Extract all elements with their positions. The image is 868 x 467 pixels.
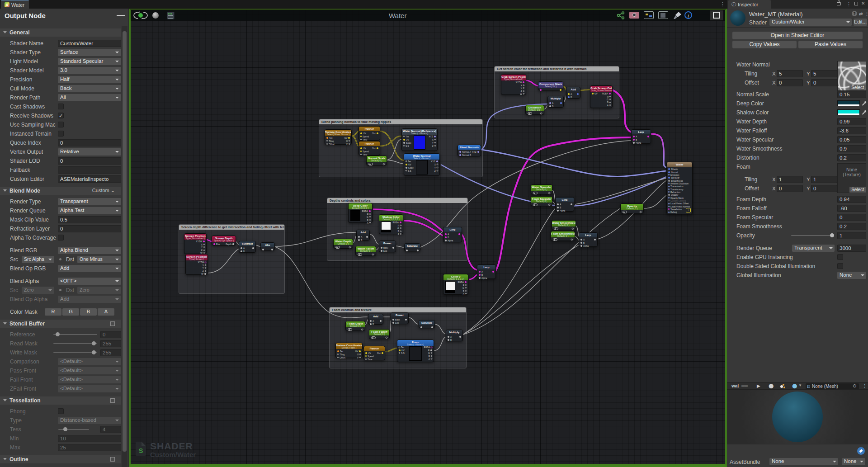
panel-menu-icon[interactable] [117,15,125,19]
section-outline[interactable]: Outline [0,455,121,463]
copy-values-button[interactable]: Copy Values [732,41,797,48]
material-thumbnail[interactable] [730,10,745,26]
texture-thumbnail[interactable]: Select [837,61,866,91]
lighting-dropdown-icon[interactable]: ▼ [798,383,802,387]
node-foam-falloff[interactable]: Foam FalloffDefault( 0 ) [369,329,390,339]
console-panel-icon[interactable] [167,12,175,19]
float-window-icon[interactable] [854,2,858,5]
left-scrollbar[interactable] [122,26,127,467]
node-abs[interactable]: Abs [260,242,275,250]
sphere-preview-icon[interactable] [152,12,159,19]
node-opacity[interactable]: OpacityDefault( 0 ) [620,203,644,213]
maximize-icon[interactable] [710,10,723,20]
node-grab-screen-color[interactable]: Grab Screen ColorGrab_ScreenTextureUVRGB… [590,85,613,108]
node-normal-scale[interactable]: Normal ScaleDefault( 0 ) [366,156,387,165]
help-icon[interactable]: ? [852,11,857,16]
section-blend-mode[interactable]: Blend ModeCustom ⌄ [0,187,121,195]
shader-dropdown[interactable]: Custom/Water [769,19,852,26]
node-lerp[interactable]: LerpABAlpha [631,129,651,144]
pick-icon[interactable]: ⊙ [853,383,856,388]
clean-icon[interactable] [673,11,683,20]
open-in-shader-editor-button[interactable]: Open in Shader Editor [732,32,863,39]
node-screen-depth[interactable]: Screen DepthSpace( Eye Space )PosDepth [212,236,236,245]
inspector-menu-icon[interactable]: ⋮ [846,1,851,7]
node-color-0[interactable]: Color 0Default( 1,1,1,1 )RGBARGBA [443,274,468,295]
prop-foam-smoothness: Foam Smoothness0.2 [727,222,868,231]
node-panner[interactable]: PannerUVSpeedTimeOut [363,346,385,360]
node-saturate[interactable]: Saturate [404,243,420,251]
graph-menu-icon[interactable]: ⋮ [720,1,725,7]
node-texture-coordinates[interactable]: Texture CoordinatesSelect( Water Normal … [325,129,352,145]
row-blend-alpha: Blend Alpha<OFF> [0,277,121,286]
assetbundle-variant-dropdown[interactable]: None [842,458,865,465]
output-node-panel: Output Node GeneralShader NameCustom/Wat… [0,9,129,467]
tab-water[interactable]: S Water [1,0,29,9]
node-distortion[interactable]: DistortionDefault( 0.5 ) [525,105,544,115]
focus-all-icon[interactable] [658,11,668,19]
share-icon[interactable] [617,11,626,19]
node-screen-position[interactable]: Screen PositionType( Normalized )XYZWXYZ… [184,233,207,254]
node-water-specular[interactable]: Water SpecularDefault( 0 ) [531,184,552,194]
camera-icon[interactable] [629,12,639,19]
node-blend-normals[interactable]: Blend NormalsNormal ANormal BXYZ [458,145,481,156]
close-icon[interactable]: ✕ [861,1,865,6]
node-water-depth[interactable]: Water DepthDefault( 0 ) [333,239,353,249]
prop-foam: FoamNone(Texture)Select [727,162,868,171]
sphere-icon[interactable]: ⬤ [769,383,774,388]
material-preview[interactable] [727,390,868,444]
node-foam-specular[interactable]: Foam SpecularDefault( 0 ) [531,196,552,206]
node-foam-smoothness[interactable]: Foam SmoothnessDefault( 0 ) [551,231,575,241]
row-comparison: Comparison<Default> [0,357,121,366]
play-icon[interactable]: ▶ [757,383,760,388]
watermark: S SHADER Custom/Water [136,442,196,458]
node-panner[interactable]: PannerUVSpeedTimeOut [359,126,380,141]
focus-selection-icon[interactable] [644,11,654,19]
node-saturate[interactable]: Saturate [419,320,435,328]
node-multiply[interactable]: MultiplyAB [547,96,564,108]
node-multiply[interactable]: MultiplyAB [446,330,463,341]
live-preview-toggle[interactable] [132,11,149,20]
node-add[interactable]: AddAB [356,230,370,241]
node-shalow-color[interactable]: Shalow ColorDefault( 0,1,1,0 )RGBARGBA [379,214,403,234]
node-add[interactable]: AddAB [368,314,383,325]
node-lerp[interactable]: LerpABAlpha [555,197,574,212]
preview-menu-icon[interactable]: ⋮ [863,383,867,388]
node-water-normal-reference[interactable]: Water Normal (Reference)Select( <None> )… [401,128,438,151]
section-tessellation[interactable]: Tessellation [0,396,121,405]
left-scrollbar-thumb[interactable] [123,31,127,452]
presets-icon[interactable]: ⇄ [859,11,863,16]
preview-slider-icon[interactable]: ══ [741,383,748,388]
edit-button[interactable]: Edit... [854,19,867,26]
node-water-normal[interactable]: Water NormalSelect( <None> )TexUVScaleS.… [404,153,440,176]
assetbundle-dropdown[interactable]: None [769,458,838,465]
paste-values-button[interactable]: Paste Values [798,41,863,48]
material-menu-icon[interactable]: ⋮ [864,11,868,17]
node-subtract[interactable]: SubtractAB [239,241,256,253]
node-foam-depth[interactable]: Foam DepthDefault( 0 ) [345,321,365,331]
section-general[interactable]: General [0,28,121,37]
node-panner[interactable]: PannerUVSpeedTimeOut [359,141,380,156]
lock-icon[interactable] [837,2,841,5]
mesh-field[interactable]: None (Mesh) [806,383,859,389]
node-grab-screen-position[interactable]: Grab Screen PositionType( Normalized )XY… [501,74,526,95]
node-power[interactable]: PowerBaseExp [391,312,409,324]
node-water-smoothness[interactable]: Water SmoothnessDefault( 0 ) [552,220,576,230]
node-water-falloff[interactable]: Water FalloffDefault( 0 ) [355,246,376,256]
node-deep-color[interactable]: Deep ColorDefault( 0,0,0,0 )RGBARGBA [348,203,373,223]
tag-icon[interactable] [857,447,865,455]
node-screen-position[interactable]: Screen PositionType( Screen )XYZWXYZW [185,254,208,275]
info-circle-icon[interactable]: i [684,11,692,19]
section-stencil-buffer[interactable]: Stencil Buffer [0,320,121,328]
node-lerp[interactable]: LerpABAlpha [579,232,598,247]
texture-thumbnail[interactable]: None(Texture)Select [837,163,866,193]
lighting-icon[interactable]: ⬤ [792,383,797,388]
node-lerp[interactable]: LerpABAlpha [477,264,496,279]
node-water[interactable]: WaterAlbedoNormalEmissionSpecularSmoothn… [666,162,693,214]
node-texture-coordinates[interactable]: Texture CoordinatesSelect( Foam )TexTili… [335,343,363,358]
node-power[interactable]: PowerBaseExp [379,241,396,252]
node-foam[interactable]: FoamSelect( <None> )TexUVS.SRGBARGBA [397,340,434,362]
node-component-mask[interactable]: Component MaskSelect( XY ) [538,81,563,90]
node-add[interactable]: AddAB [566,87,580,99]
tab-inspector[interactable]: ⓘ Inspector [728,0,771,9]
node-lerp[interactable]: LerpABAlpha [443,227,462,242]
